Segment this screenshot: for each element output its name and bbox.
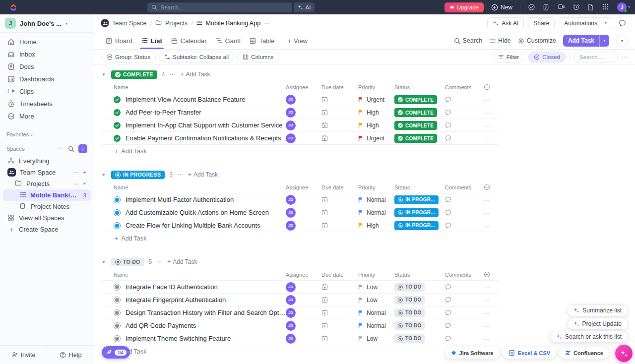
column-header-assignee[interactable]: Assignee xyxy=(286,272,321,278)
priority-cell[interactable]: Normal xyxy=(358,309,394,316)
due-date-cell[interactable] xyxy=(321,335,358,342)
filter-chip[interactable]: Filter xyxy=(493,52,525,62)
status-badge[interactable]: TO DO xyxy=(394,308,425,317)
status-badge[interactable]: IN PROGR... xyxy=(394,208,439,217)
due-date-cell[interactable] xyxy=(321,122,358,128)
team-space-add-icon[interactable]: + xyxy=(83,169,86,176)
column-header-comments[interactable]: Comments xyxy=(445,272,484,278)
priority-cell[interactable]: High xyxy=(358,122,394,129)
confluence-button[interactable]: Confluence xyxy=(559,347,609,359)
due-date-cell[interactable] xyxy=(321,135,358,141)
sidebar-item-create-space[interactable]: + Create Space xyxy=(3,224,91,235)
assignee-avatar[interactable]: JD xyxy=(286,108,296,118)
add-task-footer[interactable]: +Add Task xyxy=(102,232,499,245)
onboarding-progress-button[interactable]: 1/4 xyxy=(102,346,130,359)
projects-menu-icon[interactable]: ⋯ xyxy=(73,181,80,187)
clickup-logo-icon[interactable] xyxy=(9,3,18,12)
task-name[interactable]: Add Peer-to-Peer Transfer xyxy=(126,109,201,116)
comments-cell[interactable] xyxy=(445,309,484,316)
hide-fields-button[interactable]: Hide xyxy=(489,37,511,44)
due-date-cell[interactable] xyxy=(321,222,358,229)
summarize-list-button[interactable]: Summarize list xyxy=(567,304,628,316)
task-name[interactable]: Add Customizable Quick Actions on Home S… xyxy=(126,209,269,216)
tab-list[interactable]: List xyxy=(137,32,167,49)
workspace-switcher[interactable]: J John Doe's ... ▾ xyxy=(0,14,94,32)
view-search-button[interactable]: Search xyxy=(454,37,483,44)
column-header-name[interactable]: Name xyxy=(114,272,286,278)
priority-cell[interactable]: Urgent xyxy=(358,135,394,142)
assignee-avatar[interactable]: JD xyxy=(286,321,296,331)
status-badge[interactable]: TO DO xyxy=(394,296,425,304)
filter-more-icon[interactable]: ⋯ xyxy=(622,54,628,61)
column-header-assignee[interactable]: Assignee xyxy=(286,84,321,90)
priority-cell[interactable]: Urgent xyxy=(358,96,394,103)
comments-cell[interactable] xyxy=(445,209,484,216)
task-name[interactable]: Enable Payment Confirmation Notification… xyxy=(126,134,281,142)
sidebar-item-mobile-banking-app[interactable]: Mobile Banking App 8 xyxy=(3,189,91,201)
projects-add-icon[interactable]: + xyxy=(83,181,86,187)
priority-cell[interactable]: High xyxy=(358,222,394,229)
doc-page-icon[interactable] xyxy=(587,3,595,11)
task-row[interactable]: Implement View Account Balance Feature J… xyxy=(102,93,499,106)
column-header-status[interactable]: Status xyxy=(394,272,445,278)
comments-cell[interactable] xyxy=(445,122,484,128)
priority-cell[interactable]: Low xyxy=(358,335,394,342)
comments-cell[interactable] xyxy=(445,222,484,229)
task-menu-icon[interactable]: ⋯ xyxy=(484,197,490,204)
comments-cell[interactable] xyxy=(445,109,484,116)
column-header-comments[interactable]: Comments xyxy=(445,84,484,90)
task-name[interactable]: Create Flow for Linking Multiple Bank Ac… xyxy=(126,222,260,229)
comments-cell[interactable] xyxy=(445,135,484,141)
task-row[interactable]: Add Peer-to-Peer Transfer JD High COMPLE… xyxy=(102,106,499,119)
task-menu-icon[interactable]: ⋯ xyxy=(484,122,490,129)
assignee-avatar[interactable]: JD xyxy=(286,121,296,130)
spaces-search-icon[interactable] xyxy=(68,146,74,152)
priority-cell[interactable]: Normal xyxy=(358,209,394,216)
comments-cell[interactable] xyxy=(445,284,484,290)
comments-cell[interactable] xyxy=(445,196,484,203)
task-name[interactable]: Implement Multi-Factor Authentication xyxy=(126,196,234,203)
group-menu-icon[interactable]: ⋯ xyxy=(169,71,176,78)
help-button[interactable]: Help xyxy=(47,346,94,364)
status-badge[interactable]: IN PROGR... xyxy=(394,221,439,230)
status-badge[interactable]: TO DO xyxy=(394,334,425,343)
group-add-task-button[interactable]: +Add Task xyxy=(167,258,197,265)
group-status-badge[interactable]: TO DO xyxy=(111,258,144,266)
notepad-icon[interactable] xyxy=(543,3,550,11)
sidebar-item-home[interactable]: Home xyxy=(3,36,91,48)
task-menu-icon[interactable]: ⋯ xyxy=(484,110,490,117)
comments-icon[interactable] xyxy=(616,17,628,29)
app-grid-icon[interactable] xyxy=(602,3,610,11)
task-name[interactable]: Implement View Account Balance Feature xyxy=(126,96,245,103)
task-name[interactable]: Implement Theme Switching Feature xyxy=(126,335,231,342)
tab-gantt[interactable]: Gantt xyxy=(211,32,246,49)
due-date-cell[interactable] xyxy=(321,209,358,216)
task-menu-icon[interactable]: ⋯ xyxy=(484,210,490,217)
breadcrumb-folder[interactable]: Projects xyxy=(165,20,188,27)
new-button[interactable]: New xyxy=(491,4,512,11)
task-menu-icon[interactable]: ⋯ xyxy=(484,97,490,104)
add-column-icon[interactable] xyxy=(484,184,499,190)
task-row[interactable]: Create Flow for Linking Multiple Bank Ac… xyxy=(102,219,499,232)
sidebar-item-more[interactable]: More xyxy=(3,110,91,122)
tasks-check-icon[interactable] xyxy=(528,3,535,11)
add-space-button[interactable]: + xyxy=(78,144,87,153)
status-badge[interactable]: COMPLETE xyxy=(394,95,437,104)
share-button[interactable]: Share xyxy=(528,17,555,29)
add-task-footer[interactable]: +Add Task xyxy=(102,345,499,358)
sidebar-item-docs[interactable]: Docs xyxy=(3,61,91,73)
task-menu-icon[interactable]: ⋯ xyxy=(484,135,490,142)
collapse-caret-icon[interactable]: ▼ xyxy=(102,260,107,264)
subtasks-chip[interactable]: Subtasks: Collapse all xyxy=(159,52,234,62)
column-header-priority[interactable]: Priority xyxy=(358,184,394,190)
due-date-cell[interactable] xyxy=(321,109,358,116)
ai-assistant-fab[interactable] xyxy=(615,345,633,362)
add-task-dropdown[interactable]: ▾ xyxy=(599,35,609,47)
priority-cell[interactable]: Normal xyxy=(358,196,394,203)
breadcrumb-menu-icon[interactable]: ⋯ xyxy=(264,20,270,27)
spaces-menu-icon[interactable]: ⋯ xyxy=(58,145,64,152)
breadcrumb-space[interactable]: Team Space xyxy=(112,20,146,27)
comments-cell[interactable] xyxy=(445,322,484,329)
column-header-due-date[interactable]: Due date xyxy=(321,272,358,278)
group-by-chip[interactable]: Group: Status xyxy=(101,52,156,62)
